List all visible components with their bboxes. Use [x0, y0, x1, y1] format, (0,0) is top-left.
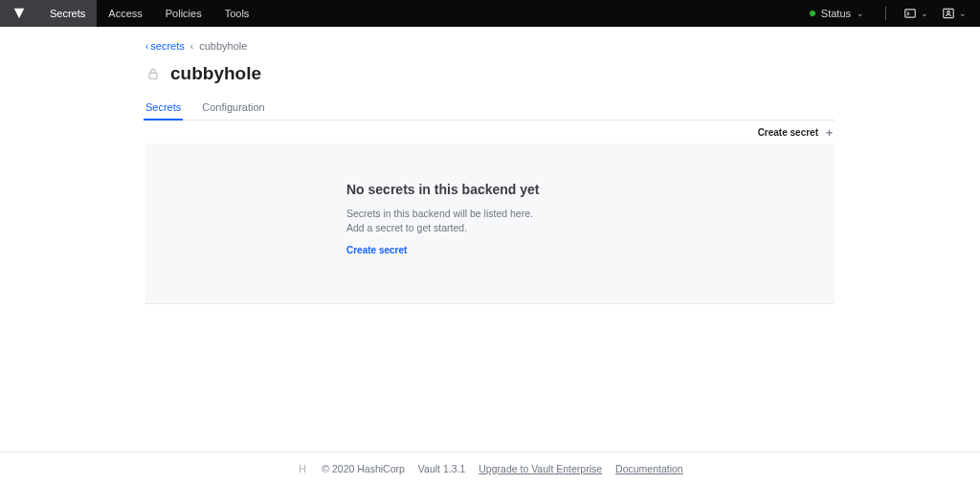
- nav-item-secrets[interactable]: Secrets: [38, 0, 97, 27]
- create-secret-label: Create secret: [758, 127, 818, 138]
- nav-right: Status ⌄ ⌄ ⌄: [802, 0, 980, 27]
- breadcrumb: ‹ secrets ‹ cubbyhole: [145, 40, 835, 52]
- tabs: Secrets Configuration: [145, 94, 835, 121]
- nav-item-tools[interactable]: Tools: [213, 0, 261, 27]
- empty-title: No secrets in this backend yet: [346, 182, 634, 197]
- plus-icon: ＋: [824, 125, 835, 140]
- tab-configuration[interactable]: Configuration: [202, 94, 264, 120]
- nav-item-access[interactable]: Access: [97, 0, 153, 27]
- vault-logo-icon: [12, 7, 26, 20]
- chevron-down-icon: ⌄: [857, 9, 864, 18]
- breadcrumb-current: cubbyhole: [199, 40, 247, 52]
- chevron-down-icon: ⌄: [921, 9, 928, 18]
- footer-version: Vault 1.3.1: [418, 463, 465, 474]
- terminal-icon: [903, 7, 917, 20]
- main: ‹ secrets ‹ cubbyhole cubbyhole Secrets …: [0, 27, 980, 451]
- svg-point-2: [947, 11, 950, 13]
- svg-rect-0: [905, 10, 916, 17]
- content-panel: No secrets in this backend yet Secrets i…: [145, 143, 835, 304]
- nav-items: Secrets Access Policies Tools: [38, 0, 260, 27]
- breadcrumb-parent-label: secrets: [150, 40, 184, 52]
- chevron-down-icon: ⌄: [959, 9, 967, 18]
- tab-secrets[interactable]: Secrets: [145, 94, 181, 120]
- nav-item-policies[interactable]: Policies: [154, 0, 213, 27]
- chevron-left-icon: ‹: [145, 41, 148, 52]
- page-head: cubbyhole: [145, 63, 835, 84]
- user-icon: [942, 7, 955, 20]
- nav-divider: [885, 7, 886, 20]
- empty-description: Secrets in this backend will be listed h…: [346, 207, 538, 235]
- page-title: cubbyhole: [170, 63, 261, 84]
- status-label: Status: [821, 8, 851, 19]
- breadcrumb-link-secrets[interactable]: ‹ secrets: [145, 40, 185, 52]
- create-secret-button[interactable]: Create secret ＋: [758, 125, 835, 140]
- svg-rect-3: [149, 73, 157, 78]
- vault-logo[interactable]: [0, 0, 38, 27]
- chevron-left-icon: ‹: [190, 41, 193, 52]
- footer: © 2020 HashiCorp Vault 1.3.1 Upgrade to …: [0, 451, 980, 484]
- lock-icon: [145, 66, 161, 81]
- status-menu[interactable]: Status ⌄: [802, 8, 872, 19]
- empty-state: No secrets in this backend yet Secrets i…: [346, 182, 634, 255]
- footer-documentation-link[interactable]: Documentation: [615, 463, 683, 474]
- hashicorp-logo-icon: [297, 463, 308, 474]
- top-nav: Secrets Access Policies Tools Status ⌄ ⌄…: [0, 0, 980, 27]
- footer-copyright: © 2020 HashiCorp: [322, 463, 405, 474]
- toolbar: Create secret ＋: [145, 121, 835, 143]
- create-secret-link[interactable]: Create secret: [346, 245, 634, 255]
- footer-upgrade-link[interactable]: Upgrade to Vault Enterprise: [479, 463, 602, 474]
- user-menu[interactable]: ⌄: [938, 7, 970, 20]
- console-menu[interactable]: ⌄: [900, 7, 932, 20]
- status-dot-icon: [810, 11, 815, 16]
